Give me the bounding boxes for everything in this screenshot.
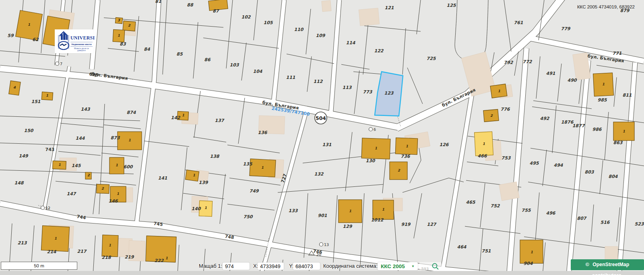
parcel-label: 222 [155,258,164,263]
parcel-label: 150 [24,128,34,133]
parcel-label: 490 [568,78,577,83]
building-label: 1 [128,138,131,142]
parcel-label: 811 [623,93,632,98]
building-label: 1 [165,256,168,260]
agency-logo-line2: Можете да ни се доверите [70,48,93,52]
parcel-label: 62 [32,37,39,42]
parcel-label: 140 [192,206,201,211]
parcel-label: 147 [67,191,76,196]
parcel-label: 753 [502,155,511,161]
road-label: 745 [153,221,163,227]
scale-bar: 50 m [1,262,77,270]
parcel-label: 125 [447,3,456,8]
building-label: 1 [58,163,61,167]
parcel-label: 213 [18,240,27,246]
building-label: 1 [623,129,625,133]
parcel-label: 761 [514,20,523,25]
cursor-coords-readout: ККС 2005 4734019, 683922 [577,4,635,9]
parcel-label: 123 [384,91,394,96]
parcel-label: 141 [158,176,167,181]
parcel-label: 137 [215,118,225,123]
parcel-label: 218 [102,255,111,260]
parcel-label: 752 [491,203,500,209]
parcel-label: 88 [187,2,194,8]
scale-label: Мащаб 1: [199,263,222,269]
parcel-label: 136 [258,130,268,135]
parcel-label: 130 [366,158,376,163]
search-button[interactable] [419,262,442,270]
building-label: 1 [28,23,30,27]
parcel-label: 110 [294,27,304,32]
parcel-label: 138 [210,154,220,159]
parcel-label: 151 [31,99,41,104]
building-label: 1 [116,163,118,167]
parcel-label: 112 [314,79,323,84]
building-shadow [605,246,618,261]
parcel-label: 219 [125,254,134,260]
parcel-label: 771 [613,51,622,56]
parcel-label: 139 [199,180,208,185]
parcel-label: 751 [482,248,491,254]
parcel-label: 985 [598,97,607,103]
parcel-label: 495 [530,161,539,166]
building-label: 1 [118,33,120,37]
survey-point-icon [320,243,323,246]
building-label: 1 [193,173,195,177]
parcel-label: 491 [546,71,555,76]
building-label: 1 [602,82,605,86]
triangulation-point-label: 20 [316,252,321,257]
parcel-label: 105 [264,20,273,25]
parcel-label: 146 [109,198,118,204]
parcel-label: 776 [501,107,510,112]
parcel-label: 1877 [572,123,585,128]
parcel-label: 755 [522,208,531,213]
parcel-label: 149 [19,153,29,159]
parcel-label: 465 [466,200,476,205]
agency-logo-title: UNIVERSI [70,35,93,41]
parcel-label: 779 [561,26,571,31]
parcel-label: 87 [213,8,219,14]
crs-value: ККС 2005 [381,263,405,269]
building [185,170,199,181]
parcel-label: 919 [401,222,411,227]
parcel-label: 725 [427,56,436,61]
building-label: 1 [406,144,408,148]
crs-dropdown[interactable]: ККС 2005 ▼ [378,262,418,270]
survey-point-label: 12 [45,206,50,210]
parcel-label: 736 [401,154,411,159]
survey-point-label: 7 [60,62,62,66]
road-number-label: 504 [316,115,326,121]
x-input[interactable] [258,263,284,270]
y-input[interactable] [293,263,320,270]
chevron-down-icon: ▼ [411,265,415,268]
building-label: 1 [483,142,485,146]
survey-point-label: 6 [374,127,376,132]
parcel-label: 750 [244,214,253,219]
parcel-label: 863 [613,140,623,145]
scale-input[interactable] [223,263,250,270]
parcel-label: 86 [204,57,211,62]
building-label: 1 [382,207,384,211]
map-application: 8188875962838485861021051031041101091111… [0,0,644,275]
parcel-label: 121 [385,5,394,10]
building-label: 1 [261,165,264,170]
parcel-label: 84 [144,47,151,52]
osm-attribution[interactable]: © OpenStreetMap contributors. [571,259,644,270]
parcel-label: 901 [318,213,327,218]
parcel-label: 807 [577,216,587,221]
search-icon [431,263,439,270]
building-label: 1 [54,236,57,240]
parcel-label: 904 [524,261,533,266]
parcel-label: 1012 [371,217,384,223]
parcel-label: 217 [77,249,87,254]
agency-logo-line1: Недвижими имоти [70,43,93,45]
parcel-label: 127 [427,222,437,227]
building-label: 1 [498,89,500,93]
parcel-label: 142 [171,115,181,120]
map-canvas[interactable]: 8188875962838485861021051031041101091111… [0,0,644,275]
parcel-label: 148 [14,180,24,186]
parcel-label: 126 [440,142,449,147]
parcel-label: 516 [601,220,610,225]
agency-logo-icon [56,30,72,53]
parcel-label: 143 [81,107,91,112]
